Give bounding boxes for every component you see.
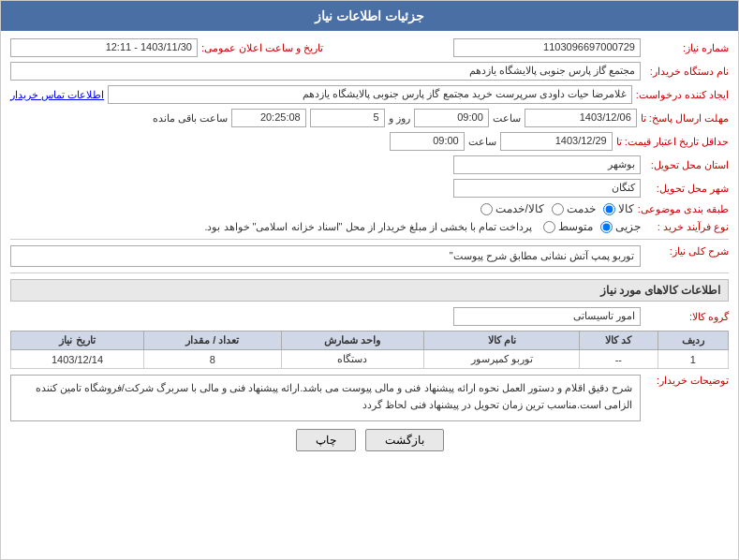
shahr-value: کنگان xyxy=(453,179,641,198)
table-row: 1--توربو کمپرسوردستگاه81403/12/14 xyxy=(11,350,729,369)
cell-kod: -- xyxy=(579,350,658,369)
sharh-value: توربو پمپ آتش نشانی مطابق شرح پیوست" xyxy=(10,245,641,267)
mohlat-saat: 09:00 xyxy=(414,109,489,127)
baqi-label: ساعت باقی مانده xyxy=(153,112,228,125)
radio-khadmat-label: خدمت xyxy=(567,202,596,215)
gorohe-value: امور تاسیساتی xyxy=(453,307,641,326)
hadaqal-label: حداقل تاریخ اعتبار قیمت: تا xyxy=(616,136,729,148)
cell-radif: 1 xyxy=(658,350,728,369)
col-tarikh: تاریخ نیاز xyxy=(11,332,144,350)
radio-khadmat-input[interactable] xyxy=(552,203,564,215)
radio-kala-khadmat-label: کالا/خدمت xyxy=(495,202,543,215)
saat-label2: ساعت xyxy=(468,136,496,148)
nam-dastgah-label: نام دستگاه خریدار: xyxy=(644,66,729,78)
radio-jozi[interactable]: جزیی xyxy=(600,220,641,233)
radio-motovaset[interactable]: متوسط xyxy=(543,220,593,233)
radio-kala-input[interactable] xyxy=(603,203,615,215)
mohlat-date: 1403/12/06 xyxy=(525,109,637,127)
hadaqal-saat: 09:00 xyxy=(390,132,465,151)
mohlat-label: مهلت ارسال پاسخ: تا xyxy=(641,112,729,125)
col-vahed: واحد شمارش xyxy=(281,332,424,350)
nam-dastgah-value: مجتمع گاز پارس جنوبی پالایشگاه یازدهم xyxy=(10,62,641,81)
radio-jozi-input[interactable] xyxy=(600,221,613,233)
noe-radio-group: متوسط جزیی xyxy=(543,220,641,233)
sharh-label: شرح کلی نیاز: xyxy=(644,245,729,258)
col-kod: کد کالا xyxy=(579,332,658,350)
shahr-label: شهر محل تحویل: xyxy=(644,183,729,195)
radio-khadmat[interactable]: خدمت xyxy=(552,202,596,215)
mohlat-roz: 5 xyxy=(310,109,385,127)
mohlat-baqi: 20:25:08 xyxy=(231,109,306,127)
tozihaat-value: شرح دقیق اقلام و دستور العمل نحوه ارائه … xyxy=(10,375,641,421)
button-row: بازگشت چاپ xyxy=(10,429,729,459)
gorohe-label: گروه کالا: xyxy=(644,311,729,323)
cell-vahed: دستگاه xyxy=(281,350,424,369)
col-nam: نام کالا xyxy=(424,332,580,350)
radio-jozi-label: جزیی xyxy=(615,220,641,233)
tozihaat-label: توضیحات خریدار: xyxy=(644,375,729,387)
tarikh-label: تاریخ و ساعت اعلان عمومی: xyxy=(201,42,323,54)
cell-nam: توربو کمپرسور xyxy=(424,350,580,369)
roz-label: روز و xyxy=(389,112,410,125)
noe-note: پرداخت تمام با بخشی از مبلغ خریدار از مح… xyxy=(204,221,532,233)
ijad-value: غلامرضا حیات داودی سرپرست خرید مجتمع گاز… xyxy=(108,85,632,104)
cell-tedad: 8 xyxy=(144,350,282,369)
ostan-label: استان محل تحویل: xyxy=(644,159,729,171)
hadaqal-date: 1403/12/29 xyxy=(500,132,613,151)
chap-button[interactable]: چاپ xyxy=(296,429,356,451)
radio-kala-label: کالا xyxy=(618,202,634,215)
radio-kala-khadmat-input[interactable] xyxy=(480,203,493,215)
page-header: جزئیات اطلاعات نیاز xyxy=(1,1,738,31)
radio-motovaset-input[interactable] xyxy=(543,221,555,233)
ijad-label: ایجاد کننده درخواست: xyxy=(636,89,729,101)
tarikh-value: 1403/11/30 - 12:11 xyxy=(10,38,198,57)
col-tedad: تعداد / مقدار xyxy=(144,332,282,350)
shomara-label: شماره نیاز: xyxy=(644,42,729,54)
tabaqe-radio-group: کالا/خدمت خدمت کالا xyxy=(480,202,633,215)
col-radif: ردیف xyxy=(658,332,728,350)
tabaqe-label: طبقه بندی موضوعی: xyxy=(638,203,729,215)
radio-motovaset-label: متوسط xyxy=(558,220,593,233)
noe-label: نوع فرآیند خرید : xyxy=(644,221,729,233)
divider2 xyxy=(10,273,729,273)
shomara-value: 1103096697000729 xyxy=(453,38,641,57)
saat-label1: ساعت xyxy=(493,112,521,125)
ostan-value: بوشهر xyxy=(453,155,641,174)
kala-table: ردیف کد کالا نام کالا واحد شمارش تعداد /… xyxy=(10,331,729,369)
ijad-link[interactable]: اطلاعات تماس خریدار xyxy=(10,89,104,101)
cell-tarikh: 1403/12/14 xyxy=(11,350,144,369)
kala-table-wrapper: ردیف کد کالا نام کالا واحد شمارش تعداد /… xyxy=(10,331,729,369)
radio-kala-khadmat[interactable]: کالا/خدمت xyxy=(480,202,543,215)
radio-kala[interactable]: کالا xyxy=(603,202,634,215)
divider1 xyxy=(10,239,729,240)
kalahai-title: اطلاعات کالاهای مورد نیاز xyxy=(10,279,729,302)
bazgasht-button[interactable]: بازگشت xyxy=(365,429,444,451)
